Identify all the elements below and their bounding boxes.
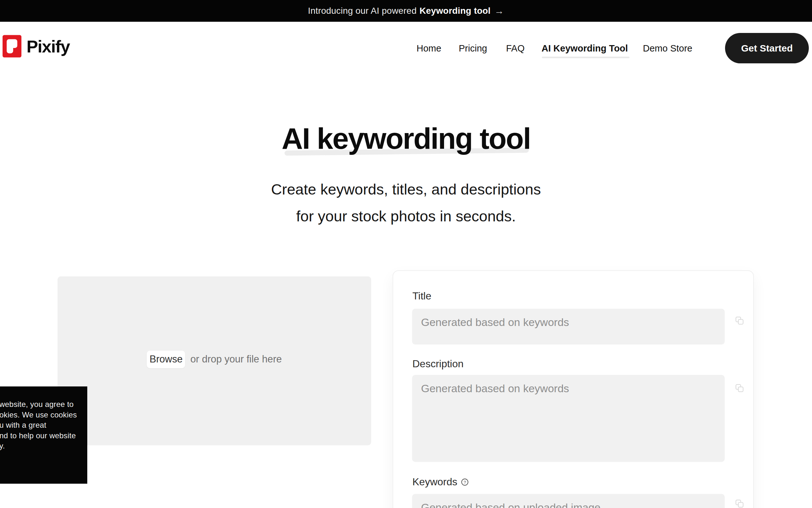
keywords-label: Keywords [413,476,458,488]
pixify-logo-icon [3,35,21,58]
nav-item-demo-store[interactable]: Demo Store [643,43,692,54]
drop-file-text: or drop your file here [190,353,282,365]
upload-row: Browse or drop your file here [147,351,282,368]
page-subtitle: Create keywords, titles, and description… [0,176,812,230]
keywords-field[interactable] [412,494,725,508]
brand-name: Pixify [27,37,70,56]
announcement-text: Introducing our AI powered [308,6,417,16]
copy-keywords-icon[interactable] [735,499,744,508]
arrow-right-icon: → [494,5,504,16]
cookie-line: okies. We use cookies [0,410,77,420]
browse-button[interactable]: Browse [147,351,185,368]
cookie-line: website, you agree to [0,399,77,410]
description-field[interactable] [412,375,725,462]
nav-item-home[interactable]: Home [417,43,441,54]
nav-item-pricing[interactable]: Pricing [459,43,487,54]
help-icon[interactable]: ? [461,478,469,486]
subtitle-line-1: Create keywords, titles, and description… [0,176,812,203]
svg-text:?: ? [464,480,466,484]
get-started-button[interactable]: Get Started [725,33,809,64]
description-label: Description [413,358,464,370]
subtitle-line-2: for your stock photos in seconds. [0,203,812,230]
keywords-label-row: Keywords ? [413,476,469,488]
copy-description-icon[interactable] [735,384,744,392]
logo[interactable]: Pixify [3,35,70,58]
page: Introducing our AI powered Keywording to… [0,0,812,508]
title-field[interactable] [412,309,725,344]
announcement-highlight: Keywording tool [419,6,490,16]
title-label: Title [413,290,431,302]
cookie-banner: website, you agree to okies. We use cook… [0,386,87,484]
cookie-text: website, you agree to okies. We use cook… [0,399,77,451]
nav-item-ai-keywording-tool[interactable]: AI Keywording Tool [541,43,628,54]
copy-title-icon[interactable] [735,316,744,325]
cookie-line: nd to help our website [0,431,77,441]
cookie-line: y. [0,441,77,451]
cookie-line: u with a great [0,420,77,431]
page-title: AI keywording tool [0,124,812,153]
results-card: Title Description Keywords ? [393,270,754,508]
header: Pixify Home Pricing FAQ AI Keywording To… [0,22,812,75]
upload-dropzone[interactable]: Browse or drop your file here [57,277,371,445]
announcement-banner[interactable]: Introducing our AI powered Keywording to… [0,0,812,22]
nav-item-faq[interactable]: FAQ [506,43,525,54]
